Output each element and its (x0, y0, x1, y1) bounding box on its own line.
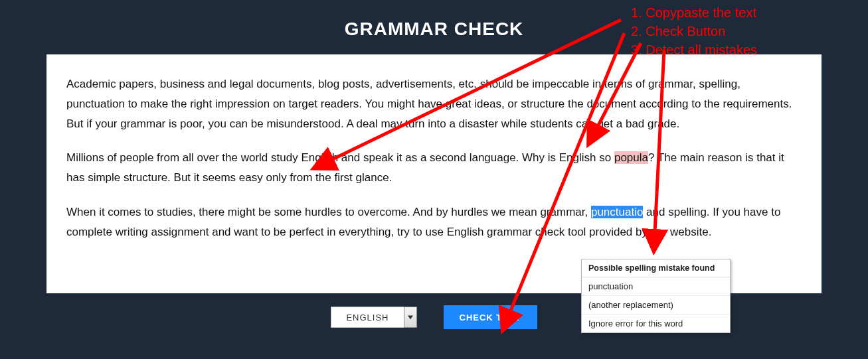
error-popula[interactable]: popula (614, 151, 648, 164)
editor-text[interactable]: Academic papers, business and legal docu… (66, 74, 802, 242)
suggestion-popup: Possible spelling mistake found punctuat… (581, 259, 731, 333)
svg-marker-0 (408, 316, 413, 320)
language-selected: ENGLISH (331, 307, 403, 328)
paragraph-3: When it comes to studies, there might be… (66, 202, 802, 242)
paragraph-1: Academic papers, business and legal docu… (66, 74, 802, 133)
popup-item-ignore[interactable]: Ignore error for this word (582, 315, 730, 332)
error-punctuatio[interactable]: punctuatio (591, 206, 643, 218)
page-title: GRAMMAR CHECK (0, 0, 868, 54)
controls-bar: ENGLISH CHECK TEXT (0, 305, 868, 329)
editor-panel[interactable]: Academic papers, business and legal docu… (46, 54, 822, 293)
popup-item-another[interactable]: (another replacement) (582, 296, 730, 315)
popup-item-suggestion[interactable]: punctuation (582, 277, 730, 296)
p2-part-a: Millions of people from all over the wor… (66, 151, 614, 164)
language-dropdown-button[interactable] (404, 307, 417, 328)
p3-part-a: When it comes to studies, there might be… (66, 206, 591, 218)
check-text-button[interactable]: CHECK TEXT (444, 305, 537, 329)
paragraph-2: Millions of people from all over the wor… (66, 148, 802, 188)
chevron-down-icon (408, 315, 413, 320)
language-select[interactable]: ENGLISH (331, 307, 416, 328)
popup-title: Possible spelling mistake found (582, 259, 730, 277)
